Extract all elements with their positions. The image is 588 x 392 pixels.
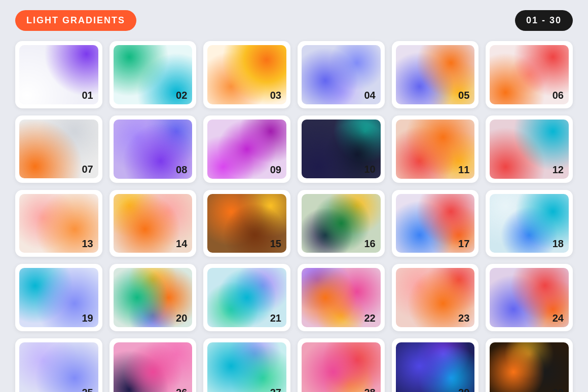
gradient-number-11: 11 <box>458 164 469 176</box>
gradient-card-17[interactable]: 17 <box>392 190 479 257</box>
gradient-number-04: 04 <box>364 90 375 101</box>
range-badge: 01 - 30 <box>515 10 573 31</box>
gradient-card-05[interactable]: 05 <box>392 41 479 108</box>
gradient-card-26[interactable]: 26 <box>109 338 197 392</box>
gradient-card-11[interactable]: 11 <box>392 115 479 183</box>
gradient-number-24: 24 <box>553 312 564 324</box>
gradient-preview-04: 04 <box>302 45 381 104</box>
gradient-number-25: 25 <box>82 387 93 392</box>
gradient-preview-24: 24 <box>490 268 569 327</box>
gradient-preview-12: 12 <box>490 120 569 179</box>
gradient-number-15: 15 <box>270 238 281 250</box>
gradient-number-26: 26 <box>176 387 187 392</box>
gradient-number-16: 16 <box>364 238 375 250</box>
gradient-card-19[interactable]: 19 <box>15 264 102 331</box>
gradient-number-27: 27 <box>270 387 281 392</box>
gradient-card-07[interactable]: 07 <box>15 115 102 183</box>
gradient-number-28: 28 <box>364 387 375 392</box>
gradient-preview-18: 18 <box>490 194 569 253</box>
gradient-card-28[interactable]: 28 <box>298 338 385 392</box>
gradient-preview-08: 08 <box>114 120 193 179</box>
gradient-number-02: 02 <box>176 90 187 101</box>
gradient-card-27[interactable]: 27 <box>203 338 290 392</box>
gradient-preview-16: 16 <box>302 194 381 253</box>
header: LIGHT GRADIENTS 01 - 30 <box>15 10 573 31</box>
gradient-number-20: 20 <box>176 312 187 324</box>
gradient-preview-03: 03 <box>207 45 286 104</box>
gradient-number-13: 13 <box>82 238 93 250</box>
gradient-card-29[interactable]: 29 <box>392 338 479 392</box>
gradient-card-25[interactable]: 25 <box>15 338 102 392</box>
gradient-card-30[interactable]: 30 <box>486 338 573 392</box>
gradient-preview-20: 20 <box>114 268 193 327</box>
gradient-card-15[interactable]: 15 <box>203 190 290 257</box>
gradient-card-22[interactable]: 22 <box>298 264 385 331</box>
gradient-card-08[interactable]: 08 <box>109 115 197 183</box>
gradient-preview-28: 28 <box>302 342 381 392</box>
page: LIGHT GRADIENTS 01 - 30 0102030405060708… <box>0 0 588 392</box>
gradient-preview-07: 07 <box>19 120 98 179</box>
gradient-number-09: 09 <box>270 164 281 176</box>
gradient-card-02[interactable]: 02 <box>109 41 197 108</box>
gradient-card-23[interactable]: 23 <box>392 264 479 331</box>
gradient-number-08: 08 <box>176 164 187 176</box>
gradient-card-18[interactable]: 18 <box>486 190 573 257</box>
gradient-card-21[interactable]: 21 <box>203 264 290 331</box>
gradient-preview-15: 15 <box>207 194 286 253</box>
gradient-card-16[interactable]: 16 <box>298 190 385 257</box>
gradient-card-10[interactable]: 10 <box>298 115 385 183</box>
gradient-card-13[interactable]: 13 <box>15 190 102 257</box>
gradient-number-21: 21 <box>270 312 281 324</box>
gradient-preview-22: 22 <box>302 268 381 327</box>
gradient-preview-17: 17 <box>396 194 475 253</box>
gradient-number-22: 22 <box>364 312 375 324</box>
gradient-number-05: 05 <box>458 90 469 101</box>
gradient-card-06[interactable]: 06 <box>486 41 573 108</box>
gradient-number-30: 30 <box>553 387 564 392</box>
gradient-preview-14: 14 <box>114 194 193 253</box>
gradient-number-03: 03 <box>270 90 281 101</box>
gradient-preview-01: 01 <box>19 45 98 104</box>
gradient-card-03[interactable]: 03 <box>203 41 290 108</box>
gradient-card-04[interactable]: 04 <box>298 41 385 108</box>
gradient-number-12: 12 <box>553 164 564 176</box>
gradient-number-07: 07 <box>82 164 93 175</box>
gradient-preview-10: 10 <box>302 120 381 179</box>
gradient-number-19: 19 <box>82 312 93 324</box>
gradient-preview-21: 21 <box>207 268 286 327</box>
gradient-preview-30: 30 <box>490 342 569 392</box>
gradient-preview-11: 11 <box>396 120 475 179</box>
gradient-preview-19: 19 <box>19 268 98 327</box>
gradient-card-01[interactable]: 01 <box>15 41 102 108</box>
gradient-grid: 0102030405060708091011121314151617181920… <box>15 41 573 392</box>
gradient-preview-02: 02 <box>114 45 193 104</box>
gradient-preview-29: 29 <box>396 342 475 392</box>
gradient-preview-26: 26 <box>114 342 193 392</box>
gradient-preview-06: 06 <box>490 45 569 104</box>
gradient-card-24[interactable]: 24 <box>486 264 573 331</box>
gradient-number-29: 29 <box>458 387 469 392</box>
gradient-preview-23: 23 <box>396 268 475 327</box>
gradient-number-18: 18 <box>553 238 564 250</box>
gradient-card-14[interactable]: 14 <box>109 190 197 257</box>
gradient-number-01: 01 <box>82 90 93 101</box>
gradient-card-12[interactable]: 12 <box>486 115 573 183</box>
gradient-number-10: 10 <box>364 164 375 175</box>
gradient-preview-27: 27 <box>207 342 286 392</box>
title-badge: LIGHT GRADIENTS <box>15 10 136 31</box>
gradient-number-23: 23 <box>458 312 469 324</box>
gradient-card-20[interactable]: 20 <box>109 264 197 331</box>
gradient-card-09[interactable]: 09 <box>203 115 290 183</box>
gradient-preview-25: 25 <box>19 342 98 392</box>
gradient-number-14: 14 <box>176 238 187 250</box>
gradient-preview-09: 09 <box>207 120 286 179</box>
gradient-number-17: 17 <box>458 238 469 250</box>
gradient-preview-13: 13 <box>19 194 98 253</box>
gradient-number-06: 06 <box>553 90 564 101</box>
gradient-preview-05: 05 <box>396 45 475 104</box>
